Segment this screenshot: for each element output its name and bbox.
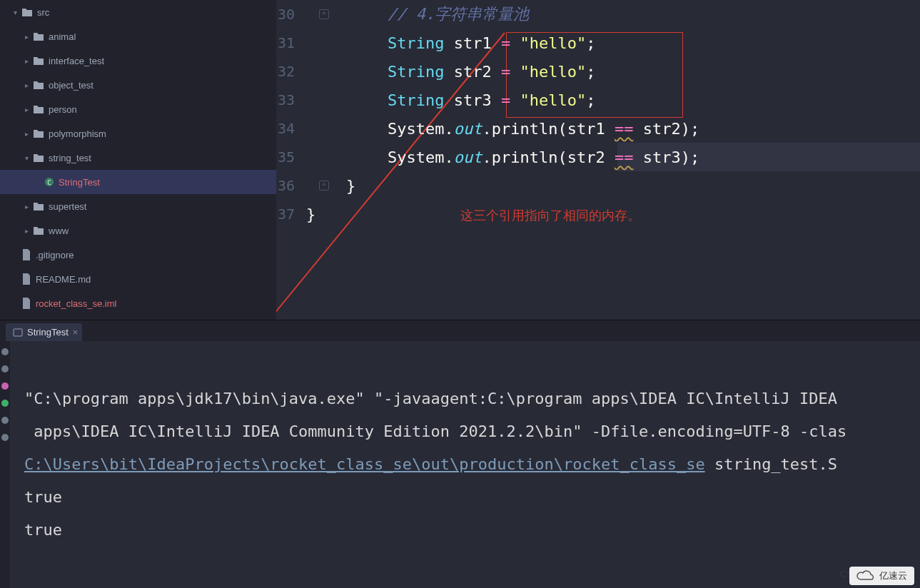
fold-up-icon[interactable]: ⌃ bbox=[319, 9, 329, 19]
folder-icon bbox=[33, 201, 44, 211]
file-icon bbox=[21, 298, 31, 309]
console-path-link[interactable]: C:\Users\bit\IdeaProjects\rocket_class_s… bbox=[24, 455, 705, 473]
fold-gutter[interactable]: ⌃ bbox=[318, 181, 339, 191]
run-tool-button-4[interactable] bbox=[1, 417, 9, 424]
token: str2 bbox=[454, 63, 501, 81]
tree-item-label: string_test bbox=[49, 153, 91, 163]
run-tool-button-0[interactable] bbox=[1, 348, 9, 355]
console-line: true bbox=[24, 521, 62, 539]
tree-item-stringtest[interactable]: CStringTest bbox=[0, 170, 276, 194]
tree-item-person[interactable]: ▸person bbox=[0, 97, 276, 121]
tree-item-www[interactable]: ▸www bbox=[0, 218, 276, 243]
token: ); bbox=[681, 120, 700, 138]
brand-label: 亿速云 bbox=[879, 569, 907, 582]
tree-item-label: README.md bbox=[36, 274, 91, 285]
tree-item-label: src bbox=[37, 7, 49, 18]
tree-item-polymorphism[interactable]: ▸polymorphism bbox=[0, 121, 276, 146]
code-content[interactable]: } bbox=[306, 206, 315, 223]
folder-icon bbox=[33, 225, 44, 235]
cloud-icon bbox=[856, 569, 875, 582]
code-content[interactable]: String str3 = "hello"; bbox=[339, 91, 595, 109]
code-editor[interactable]: 这三个引用指向了相同的内存。 30⌃// 4.字符串常量池31String st… bbox=[276, 0, 920, 320]
tree-item-rocket-class-se-iml[interactable]: rocket_class_se.iml bbox=[0, 291, 276, 315]
run-console: "C:\program apps\jdk17\bin\java.exe" "-j… bbox=[0, 341, 920, 588]
chevron-right-icon[interactable]: ▸ bbox=[23, 33, 30, 40]
project-sidebar[interactable]: ▾src▸animal▸interface_test▸object_test▸p… bbox=[0, 0, 276, 320]
chevron-right-icon[interactable]: ▸ bbox=[23, 203, 30, 210]
token: "hello" bbox=[520, 91, 586, 109]
token: = bbox=[501, 34, 520, 52]
tree-item-string-test[interactable]: ▾string_test bbox=[0, 146, 276, 170]
top-split: ▾src▸animal▸interface_test▸object_test▸p… bbox=[0, 0, 920, 320]
chevron-right-icon[interactable] bbox=[11, 251, 19, 258]
token: == bbox=[615, 148, 634, 166]
chevron-right-icon[interactable]: ▸ bbox=[23, 57, 30, 64]
token: ; bbox=[586, 63, 595, 81]
tree-item-src[interactable]: ▾src bbox=[0, 0, 276, 24]
code-content[interactable]: String str1 = "hello"; bbox=[339, 34, 595, 52]
close-icon[interactable]: × bbox=[73, 327, 79, 338]
tree-item-label: .gitignore bbox=[36, 250, 74, 260]
line-number: 36 bbox=[276, 177, 318, 194]
chevron-down-icon[interactable]: ▾ bbox=[23, 154, 30, 161]
code-content[interactable]: String str2 = "hello"; bbox=[339, 63, 595, 81]
tree-item-label: rocket_class_se.iml bbox=[36, 298, 116, 309]
run-tab-bar: StringTest × bbox=[0, 320, 920, 341]
tree-item-object-test[interactable]: ▸object_test bbox=[0, 73, 276, 97]
chevron-right-icon[interactable]: ▸ bbox=[23, 106, 30, 113]
run-tool-button-2[interactable] bbox=[1, 382, 9, 390]
token: } bbox=[306, 206, 315, 223]
tree-item-readme-md[interactable]: README.md bbox=[0, 267, 276, 291]
token: = bbox=[501, 63, 520, 81]
token: str3 bbox=[633, 148, 680, 166]
tree-item-supertest[interactable]: ▸supertest bbox=[0, 194, 276, 218]
token: System. bbox=[388, 148, 454, 166]
svg-text:C: C bbox=[47, 179, 51, 186]
code-content[interactable]: } bbox=[339, 177, 355, 195]
folder-icon bbox=[21, 7, 33, 17]
token: String bbox=[388, 91, 454, 109]
token: System. bbox=[388, 120, 454, 138]
console-line: string_test.S bbox=[705, 455, 837, 473]
console-line: apps\IDEA IC\IntelliJ IDEA Community Edi… bbox=[24, 422, 846, 440]
chevron-right-icon[interactable]: ▸ bbox=[23, 81, 30, 88]
fold-up-icon[interactable]: ⌃ bbox=[319, 181, 329, 191]
chevron-right-icon[interactable] bbox=[11, 300, 19, 307]
console-output[interactable]: "C:\program apps\jdk17\bin\java.exe" "-j… bbox=[10, 341, 920, 588]
chevron-right-icon[interactable] bbox=[34, 178, 41, 186]
chevron-right-icon[interactable]: ▸ bbox=[23, 227, 30, 234]
tree-item-animal[interactable]: ▸animal bbox=[0, 24, 276, 49]
folder-icon bbox=[33, 153, 44, 163]
chevron-down-icon[interactable]: ▾ bbox=[11, 9, 19, 16]
chevron-right-icon[interactable] bbox=[11, 275, 19, 283]
code-content[interactable]: System.out.println(str1 == str2); bbox=[339, 120, 699, 138]
token: str2 bbox=[567, 148, 615, 166]
code-content[interactable]: // 4.字符串常量池 bbox=[339, 4, 529, 25]
run-tool-button-3[interactable] bbox=[1, 400, 9, 407]
console-line: "C:\program apps\jdk17\bin\java.exe" "-j… bbox=[24, 390, 846, 407]
tree-item-label: object_test bbox=[49, 80, 93, 91]
run-tool-button-5[interactable] bbox=[1, 434, 9, 441]
code-content[interactable]: System.out.println(str2 == str3); bbox=[339, 148, 699, 166]
run-tab-icon bbox=[13, 328, 23, 338]
token: == bbox=[615, 120, 634, 138]
folder-icon bbox=[33, 56, 44, 66]
token: str2 bbox=[633, 120, 680, 138]
token: ; bbox=[586, 91, 595, 109]
svg-rect-3 bbox=[14, 329, 22, 336]
token: String bbox=[388, 63, 454, 81]
tree-item--gitignore[interactable]: .gitignore bbox=[0, 243, 276, 267]
chevron-right-icon[interactable]: ▸ bbox=[23, 130, 30, 137]
token: ; bbox=[586, 34, 595, 52]
tree-item-interface-test[interactable]: ▸interface_test bbox=[0, 49, 276, 73]
run-tool-button-1[interactable] bbox=[1, 365, 9, 372]
token: str1 bbox=[454, 34, 501, 52]
token: = bbox=[501, 91, 520, 109]
token: } bbox=[346, 177, 355, 195]
tree-item-label: www bbox=[49, 225, 69, 236]
line-number: 34 bbox=[276, 120, 318, 137]
run-tab-stringtest[interactable]: StringTest × bbox=[6, 323, 82, 341]
line-number: 30 bbox=[276, 6, 318, 23]
folder-icon bbox=[33, 31, 44, 41]
fold-gutter[interactable]: ⌃ bbox=[318, 9, 339, 19]
